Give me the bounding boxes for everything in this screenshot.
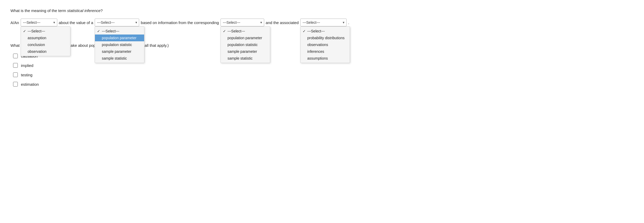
period: . [348,19,349,27]
select4-option-prob-dist[interactable]: probability distributions [301,35,350,41]
select3-option-pop-stat[interactable]: population statistic [221,41,270,48]
checkbox-testing[interactable] [13,72,18,77]
word-aan: A/An [10,19,19,27]
select1-option-conclusion[interactable]: conclusion [21,41,70,48]
select2-option-samp-param[interactable]: sample parameter [95,48,144,55]
select3-option-samp-stat[interactable]: sample statistic [221,55,270,62]
question-1-block: What is the meaning of the term statisti… [10,8,634,27]
select4-option-default[interactable]: ---Select--- [301,28,350,35]
select1[interactable]: ---Select--- assumption conclusion obser… [21,19,57,26]
sentence-row: A/An ---Select--- assumption conclusion … [10,19,634,27]
checkbox-implied[interactable] [13,63,18,68]
checkbox-item-testing: testing [13,72,634,77]
select2-option-pop-stat[interactable]: population statistic [95,41,144,48]
select1-option-observation[interactable]: observation [21,48,70,55]
word-and: and the associated [266,19,299,27]
checkbox-item-estimation: estimation [13,82,634,87]
select1-dropdown: ---Select--- assumption conclusion obser… [21,26,70,56]
select1-option-assumption[interactable]: assumption [21,35,70,41]
select1-wrapper: ---Select--- assumption conclusion obser… [21,19,57,26]
checkbox-implied-label: implied [21,63,33,68]
select2[interactable]: ---Select--- population parameter popula… [95,19,139,26]
select2-option-samp-stat[interactable]: sample statistic [95,55,144,62]
select3-dropdown: ---Select--- population parameter popula… [221,26,270,63]
checkbox-estimation[interactable] [13,82,18,87]
checkbox-testing-label: testing [21,73,32,77]
question-1-text: What is the meaning of the term statisti… [10,8,634,14]
checkbox-causation[interactable] [13,54,18,58]
select4-dropdown: ---Select--- probability distributions o… [300,26,350,63]
select3-option-samp-param[interactable]: sample parameter [221,48,270,55]
checkbox-item-implied: implied [13,63,634,68]
word-about: about the value of a [59,19,93,27]
select2-option-default[interactable]: ---Select--- [95,28,144,35]
select4-option-observations[interactable]: observations [301,41,350,48]
select1-option-default[interactable]: ---Select--- [21,28,70,35]
select4-option-inferences[interactable]: inferences [301,48,350,55]
select3[interactable]: ---Select--- population parameter popula… [221,19,264,26]
select2-option-pop-param[interactable]: population parameter [95,35,144,41]
select3-wrapper: ---Select--- population parameter popula… [221,19,264,26]
select3-option-pop-param[interactable]: population parameter [221,35,270,41]
select2-dropdown: ---Select--- population parameter popula… [95,26,144,63]
checkbox-estimation-label: estimation [21,82,39,87]
select4-option-assumptions[interactable]: assumptions [301,55,350,62]
select2-wrapper: ---Select--- population parameter popula… [95,19,139,26]
word-based: based on information from the correspond… [141,19,219,27]
select4[interactable]: ---Select--- probability distributions o… [300,19,347,26]
select3-option-default[interactable]: ---Select--- [221,28,270,35]
select4-wrapper: ---Select--- probability distributions o… [300,19,347,26]
